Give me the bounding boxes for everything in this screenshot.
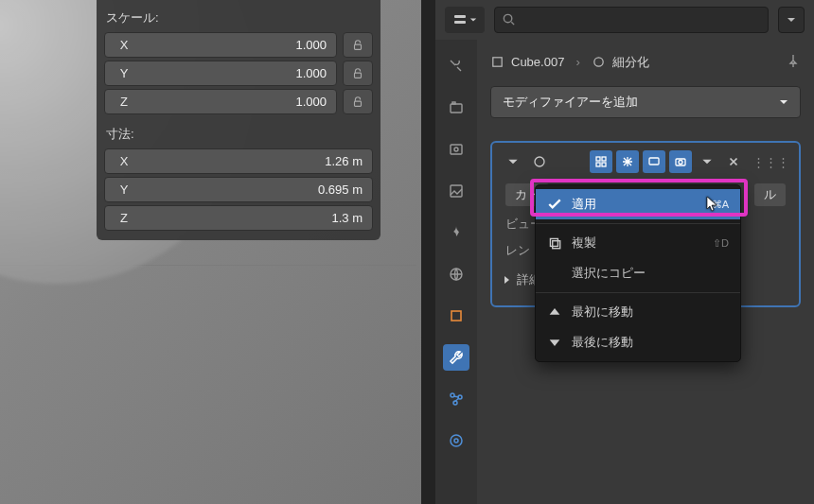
triangle-right-icon xyxy=(502,275,511,285)
svg-rect-12 xyxy=(451,311,461,321)
menu-move-last-label: 最後に移動 xyxy=(572,334,633,351)
scale-z-field[interactable]: Z 1.000 xyxy=(104,89,337,114)
svg-point-17 xyxy=(454,439,458,443)
tab-object[interactable] xyxy=(443,303,469,329)
show-render-toggle[interactable] xyxy=(669,150,692,173)
chevron-right-icon: › xyxy=(575,55,579,69)
svg-rect-2 xyxy=(355,101,362,106)
tab-tool[interactable] xyxy=(443,53,469,79)
properties-region: Cube.007 › 細分化 モディファイアーを追加 xyxy=(421,0,814,504)
svg-rect-28 xyxy=(550,238,557,246)
menu-copy-label: 選択にコピー xyxy=(572,265,646,282)
svg-rect-0 xyxy=(355,44,362,49)
chevron-down-icon xyxy=(779,96,788,110)
object-icon xyxy=(490,55,504,69)
breadcrumb: Cube.007 › 細分化 xyxy=(490,49,801,86)
region-divider[interactable] xyxy=(421,0,435,504)
svg-rect-24 xyxy=(602,163,606,166)
menu-separator xyxy=(536,223,740,224)
axis-x: X xyxy=(105,149,143,173)
tab-render[interactable] xyxy=(443,95,469,121)
svg-rect-18 xyxy=(493,58,502,66)
dim-y-value: 0.695 m xyxy=(143,178,372,201)
render-label: レン xyxy=(505,242,530,259)
menu-duplicate-shortcut: ⇧D xyxy=(713,237,729,250)
axis-y: Y xyxy=(105,178,143,201)
modifier-header: ⋮⋮⋮ xyxy=(502,150,789,173)
tab-world[interactable] xyxy=(443,261,469,287)
lock-icon[interactable] xyxy=(343,61,373,86)
menu-item-copy-to-selected[interactable]: 選択にコピー xyxy=(536,258,740,288)
subsurf-icon xyxy=(592,55,606,69)
menu-item-apply[interactable]: 適用 ⌘A xyxy=(536,189,740,219)
svg-rect-3 xyxy=(454,15,466,18)
search-input[interactable] xyxy=(494,7,769,33)
remove-modifier-button[interactable] xyxy=(722,150,745,173)
dimensions-label: 寸法: xyxy=(104,122,373,148)
modifier-menu-button[interactable] xyxy=(696,150,718,173)
dim-z-row: Z 1.3 m xyxy=(104,205,373,231)
scale-z-row: Z 1.000 xyxy=(104,89,373,114)
search-wrap xyxy=(494,7,769,33)
dim-x-row: X 1.26 m xyxy=(104,148,373,174)
scale-y-field[interactable]: Y 1.000 xyxy=(104,61,337,86)
menu-item-duplicate[interactable]: 複製 ⇧D xyxy=(536,228,740,258)
show-edit-mode-toggle[interactable] xyxy=(590,150,612,173)
transform-panel: スケール: X 1.000 Y 1.000 Z 1.000 xyxy=(97,0,380,240)
show-cage-toggle[interactable] xyxy=(616,150,639,173)
menu-item-move-last[interactable]: 最後に移動 xyxy=(536,327,740,357)
add-modifier-label: モディファイアーを追加 xyxy=(503,94,638,111)
search-icon xyxy=(502,12,516,26)
svg-rect-8 xyxy=(451,145,462,154)
axis-y: Y xyxy=(105,61,143,85)
dim-z-field[interactable]: Z 1.3 m xyxy=(104,205,373,231)
tab-physics[interactable] xyxy=(443,427,469,454)
editor-type-dropdown[interactable] xyxy=(445,7,485,33)
svg-rect-23 xyxy=(596,163,600,166)
dim-x-value: 1.26 m xyxy=(143,149,372,173)
show-viewport-toggle[interactable] xyxy=(643,150,665,173)
tab-viewlayer[interactable] xyxy=(443,178,469,204)
lock-icon[interactable] xyxy=(343,32,373,58)
svg-point-16 xyxy=(451,435,462,446)
lock-icon[interactable] xyxy=(343,89,373,114)
breadcrumb-modifier-label: 細分化 xyxy=(612,54,649,71)
menu-item-move-first[interactable]: 最初に移動 xyxy=(536,297,740,327)
pin-icon[interactable] xyxy=(786,53,801,71)
svg-rect-29 xyxy=(553,241,560,249)
scale-x-value: 1.000 xyxy=(143,33,336,57)
tab-modifier[interactable] xyxy=(443,344,469,371)
triangle-up-icon xyxy=(547,304,562,320)
dim-y-field[interactable]: Y 0.695 m xyxy=(104,177,373,202)
tab-particles[interactable] xyxy=(443,386,469,412)
check-icon xyxy=(547,197,562,212)
axis-z: Z xyxy=(105,206,143,230)
drag-handle-icon[interactable]: ⋮⋮⋮ xyxy=(752,155,789,169)
collapse-toggle[interactable] xyxy=(502,150,524,173)
breadcrumb-object-label: Cube.007 xyxy=(511,55,564,69)
add-modifier-button[interactable]: モディファイアーを追加 xyxy=(490,86,801,118)
menu-move-first-label: 最初に移動 xyxy=(572,304,633,321)
options-dropdown[interactable] xyxy=(778,7,805,33)
tab-output[interactable] xyxy=(443,136,469,163)
scale-z-value: 1.000 xyxy=(143,90,336,113)
breadcrumb-object[interactable]: Cube.007 xyxy=(490,55,564,69)
scale-label: スケール: xyxy=(104,6,373,32)
svg-rect-1 xyxy=(355,73,362,78)
scale-y-row: Y 1.000 xyxy=(104,61,373,86)
dim-x-field[interactable]: X 1.26 m xyxy=(104,148,373,174)
svg-point-19 xyxy=(594,58,603,66)
modifier-context-menu: 適用 ⌘A 複製 ⇧D 選択にコピー 最初に移動 最後に移動 xyxy=(535,184,741,362)
modifier-type-icon xyxy=(528,150,551,173)
scale-y-value: 1.000 xyxy=(143,61,336,85)
svg-point-20 xyxy=(535,157,544,166)
svg-rect-25 xyxy=(649,158,659,165)
menu-duplicate-label: 複製 xyxy=(572,235,596,252)
breadcrumb-modifier[interactable]: 細分化 xyxy=(592,54,649,71)
tab-scene[interactable] xyxy=(443,219,469,246)
menu-separator xyxy=(536,292,740,293)
dim-z-value: 1.3 m xyxy=(143,206,372,230)
svg-rect-21 xyxy=(596,157,600,161)
svg-rect-6 xyxy=(451,104,462,113)
scale-x-field[interactable]: X 1.000 xyxy=(104,32,337,58)
